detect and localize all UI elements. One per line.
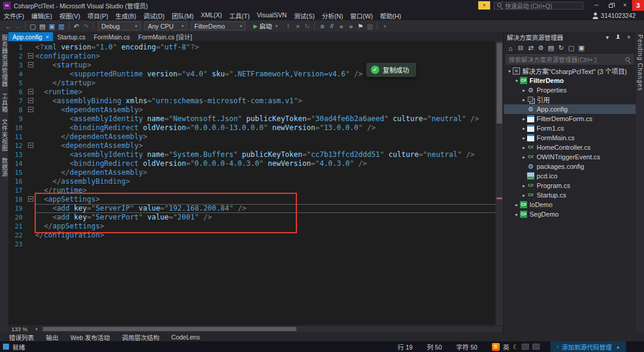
solution-platform-dropdown[interactable]: Any CPU▾ (144, 21, 187, 30)
navigate-back-icon[interactable]: ← (4, 21, 13, 32)
expander-icon[interactable]: ▸ (513, 202, 520, 208)
start-debugging-button[interactable]: ▶ 启动 ▾ (249, 21, 281, 30)
menu-item[interactable]: 团队(M) (168, 11, 197, 20)
pin-icon[interactable] (614, 34, 622, 41)
ime-toolbox-icon[interactable] (522, 344, 529, 350)
open-file-icon[interactable]: ▤ (38, 21, 47, 32)
chevron-down-icon[interactable]: ▾ (603, 34, 611, 41)
indent-icon[interactable]: » (346, 21, 355, 32)
se-view-code-icon[interactable]: ▢ (566, 44, 576, 52)
code-line[interactable]: 11 </dependentAssembly> (8, 132, 503, 141)
menu-item[interactable]: 文件(F) (0, 11, 27, 20)
code-line[interactable]: 14 <bindingRedirect oldVersion="0.0.0.0-… (8, 159, 503, 168)
fold-marker-icon[interactable]: − (28, 53, 33, 58)
break-all-icon[interactable]: ‖ (283, 21, 293, 32)
tree-item[interactable]: ▸IoDemo (504, 200, 636, 209)
tool-window-tab[interactable]: 工具箱 (0, 93, 9, 113)
expander-icon[interactable]: ▸ (521, 135, 527, 141)
ime-keyboard-icon[interactable] (532, 344, 540, 350)
toolbar-overflow-icon[interactable]: ▾ (380, 21, 389, 32)
navigate-forward-icon[interactable]: → (13, 21, 23, 32)
code-line[interactable]: 21 </appSettings> (8, 222, 503, 231)
menu-item[interactable]: 项目(P) (83, 11, 112, 20)
close-icon[interactable]: × (625, 34, 633, 41)
menu-item[interactable]: 编辑(E) (27, 11, 55, 20)
menu-item[interactable]: 帮助(H) (376, 11, 405, 20)
expander-icon[interactable]: ▾ (513, 78, 520, 84)
tool-window-tab[interactable]: Pending Changes (637, 35, 643, 91)
tree-item[interactable]: ▸HomeController.cs (504, 143, 636, 152)
save-all-icon[interactable]: ▥ (57, 21, 66, 32)
code-line[interactable]: 7− <assemblyBinding xmlns="urn:schemas-m… (8, 97, 503, 106)
fold-marker-icon[interactable]: − (28, 196, 33, 202)
code-line[interactable]: 23 (8, 240, 503, 249)
save-icon[interactable]: ▣ (47, 21, 57, 32)
expander-icon[interactable]: ▸ (521, 97, 527, 103)
code-line[interactable]: 8− <dependentAssembly> (8, 106, 503, 115)
fold-marker-icon[interactable]: − (28, 98, 33, 103)
document-tab[interactable]: App.config× (8, 32, 53, 41)
close-icon[interactable]: × (46, 34, 49, 40)
code-line[interactable]: 22</configuration> (8, 231, 503, 240)
display-whitespace-icon[interactable]: ≡ (317, 21, 327, 32)
fold-marker-icon[interactable]: − (28, 62, 33, 67)
tree-item[interactable]: pcd.ico (504, 171, 636, 181)
tree-item[interactable]: ▸Startup.cs (504, 190, 636, 200)
tree-item[interactable]: ▸引用 (504, 95, 636, 104)
title-bar[interactable]: CsharpPclText - Microsoft Visual Studio … (0, 0, 644, 11)
menu-item[interactable]: XML(X) (197, 11, 226, 20)
tool-window-tab[interactable]: 文件夹视图 (0, 119, 9, 152)
menu-item[interactable]: VisualSVN (253, 11, 290, 20)
se-properties-icon[interactable]: ⚙ (536, 44, 546, 52)
restore-button[interactable] (603, 0, 618, 11)
code-line[interactable]: 2−<configuration> (8, 52, 503, 61)
redo-icon[interactable]: ↷ (81, 21, 91, 32)
tree-item[interactable]: ▾解决方案"CsharpPclText" (3 个项目) (504, 66, 636, 76)
comment-icon[interactable]: // (327, 21, 336, 32)
code-line[interactable]: 17 </runtime> (8, 186, 503, 195)
expander-icon[interactable]: ▸ (521, 183, 527, 189)
code-line[interactable]: 20 <add key="ServerPort" value="2001" /> (8, 213, 503, 222)
tool-window-tab[interactable]: 服务器资源管理器 (0, 35, 9, 87)
code-line[interactable]: 19 <add key="ServerIP" value="192.168.20… (8, 204, 503, 213)
tree-item[interactable]: ▸OWINTriggerEvent.cs (504, 152, 636, 162)
code-line[interactable]: 3− <startup> (8, 61, 503, 70)
tree-item[interactable]: ▾FilterDemo (504, 76, 636, 85)
menu-item[interactable]: 视图(V) (55, 11, 83, 20)
tree-item[interactable]: ▸FilterDemoForm.cs (504, 114, 636, 123)
account-name[interactable]: 3141023242 (601, 12, 636, 19)
se-collapse-all-icon[interactable]: ⊟ (516, 44, 525, 52)
se-refresh-icon[interactable]: ↻ (556, 44, 566, 52)
solution-configuration-dropdown[interactable]: Debug▾ (98, 21, 141, 30)
tree-item[interactable]: ▸Form1.cs (504, 123, 636, 133)
tree-item[interactable]: ▸Program.cs (504, 181, 636, 190)
scrollbar-thumb[interactable] (43, 327, 296, 331)
expander-icon[interactable]: ▸ (521, 193, 527, 198)
menu-item[interactable]: 工具(T) (225, 11, 253, 20)
code-line[interactable]: 1<?xml version="1.0" encoding="utf-8"?> (8, 43, 503, 52)
bottom-panel-tab[interactable]: 错误列表 (4, 333, 39, 342)
solution-search-input[interactable]: 搜索解决方案资源管理器(Ctrl+;) (506, 54, 634, 64)
tree-item[interactable]: ▸SegDemo (504, 209, 636, 219)
tool-window-tab[interactable]: 数据源 (0, 158, 9, 177)
code-line[interactable]: 10 <bindingRedirect oldVersion="0.0.0.0-… (8, 123, 503, 132)
tree-item[interactable]: ▸FormMain.cs (504, 133, 636, 143)
menu-item[interactable]: 生成(B) (112, 11, 140, 20)
expander-icon[interactable]: ▸ (521, 88, 527, 93)
se-home-icon[interactable]: ⌂ (506, 45, 515, 52)
add-to-source-control[interactable]: ↑ 添加到源代码管理 ▲ (550, 341, 626, 352)
fold-marker-icon[interactable]: − (28, 89, 33, 94)
se-show-all-files-icon[interactable]: ▤ (546, 44, 556, 52)
code-line[interactable]: 12− <dependentAssembly> (8, 141, 503, 150)
restart-icon[interactable]: ↻ (302, 21, 312, 32)
bottom-panel-tab[interactable]: CodeLens (166, 334, 205, 341)
menu-item[interactable]: 调试(D) (140, 11, 168, 20)
zoom-control[interactable]: 133 % ▾ (8, 326, 41, 332)
bottom-panel-tab[interactable]: Web 发布活动 (65, 333, 115, 342)
expander-icon[interactable]: ▸ (513, 212, 520, 217)
code-line[interactable]: 16 </assemblyBinding> (8, 177, 503, 186)
menu-item[interactable]: 测试(S) (290, 11, 318, 20)
document-tab[interactable]: FormMain.cs [设计] (134, 32, 196, 41)
outdent-icon[interactable]: « (336, 21, 346, 32)
code-line[interactable]: 6− <runtime> (8, 88, 503, 97)
